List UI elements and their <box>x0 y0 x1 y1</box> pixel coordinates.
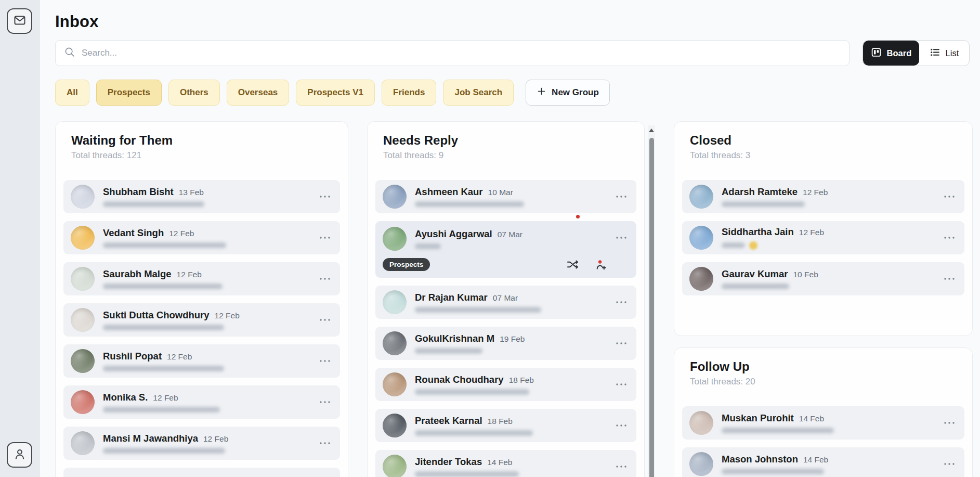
group-chip-overseas[interactable]: Overseas <box>227 80 290 106</box>
thread-card[interactable]: Jitender Tokas14 Feb <box>375 450 636 477</box>
thread-preview-blurred <box>415 389 529 395</box>
scrollbar[interactable] <box>648 125 655 477</box>
thread-name: Sukti Dutta Chowdhury <box>103 310 210 321</box>
thread-card[interactable]: Siddhartha Jain12 Feb <box>682 221 964 254</box>
thread-name: Ashmeen Kaur <box>415 186 483 198</box>
thread-card[interactable]: Prateek Karnal18 Feb <box>375 409 636 442</box>
thread-card[interactable]: Mason Johnston14 Feb <box>682 447 964 477</box>
thread-card[interactable]: Sukti Dutta Chowdhury12 Feb <box>63 303 340 337</box>
thread-menu-button[interactable] <box>942 460 957 468</box>
thread-card[interactable]: Monika S.12 Feb <box>63 385 340 419</box>
thread-name: Saurabh Malge <box>103 268 172 280</box>
thread-menu-button[interactable] <box>317 275 333 282</box>
thread-menu-button[interactable] <box>942 234 957 241</box>
board-column: Follow UpTotal threads: 20Muskan Purohit… <box>674 347 973 477</box>
thread-menu-button[interactable] <box>317 193 333 200</box>
thread-menu-button[interactable] <box>317 234 333 241</box>
thread-date: 14 Feb <box>799 414 824 423</box>
thread-preview-blurred <box>103 283 223 289</box>
thread-date: 13 Feb <box>179 188 204 197</box>
avatar <box>383 227 407 251</box>
avatar <box>383 185 407 209</box>
thread-date: 12 Feb <box>203 434 228 444</box>
column-title: Follow Up <box>690 359 964 374</box>
thread-title-row: Saurabh Malge12 Feb <box>103 268 223 280</box>
thread-card[interactable]: Shubham Bisht13 Feb <box>63 180 340 213</box>
thread-menu-button[interactable] <box>942 419 957 427</box>
thread-name: Muskan Purohit <box>722 412 794 424</box>
list-view-button[interactable]: List <box>919 41 969 66</box>
thread-card-body: Sukti Dutta Chowdhury12 Feb <box>103 310 240 330</box>
thread-name: Rushil Popat <box>103 351 162 362</box>
avatar <box>383 455 407 477</box>
thread-card-body: Rushil Popat12 Feb <box>103 351 224 371</box>
thread-preview-row <box>415 385 534 395</box>
thread-card[interactable]: Rushil Popat12 Feb <box>63 344 340 378</box>
thread-menu-button[interactable] <box>942 193 957 200</box>
group-chip-friends[interactable]: Friends <box>382 80 436 106</box>
search-bar <box>55 40 850 66</box>
thread-menu-button[interactable] <box>613 340 629 347</box>
thread-card[interactable]: GokulKrishnan M19 Feb <box>375 327 636 360</box>
thread-menu-button[interactable] <box>613 193 629 200</box>
group-chip-job-search[interactable]: Job Search <box>443 80 514 106</box>
thread-menu-button[interactable] <box>613 234 629 241</box>
thread-preview-row <box>103 403 220 412</box>
thread-menu-button[interactable] <box>317 316 333 324</box>
avatar <box>71 390 95 414</box>
thread-menu-button[interactable] <box>613 381 629 388</box>
thread-menu-button[interactable] <box>613 422 629 429</box>
group-chip-prospects[interactable]: Prospects <box>96 80 162 106</box>
ellipsis-icon <box>944 418 955 426</box>
group-chip-others[interactable]: Others <box>168 80 220 106</box>
thread-card[interactable]: Ashmeen Kaur10 Mar <box>375 180 636 213</box>
avatar <box>689 226 713 250</box>
thread-card[interactable]: Rounak Choudhary18 Feb <box>375 368 636 401</box>
thread-card[interactable]: Adarsh Ramteke12 Feb <box>682 180 964 213</box>
thread-name: Ayushi Aggarwal <box>415 228 492 240</box>
scrollbar-thumb[interactable] <box>649 138 654 477</box>
board-view-button[interactable]: Board <box>863 41 919 66</box>
assign-person-button[interactable] <box>594 257 608 272</box>
thread-menu-button[interactable] <box>317 398 333 406</box>
column-title: Closed <box>690 133 964 148</box>
thread-name: Siddhartha Jain <box>722 226 794 238</box>
thread-title-row: GokulKrishnan M19 Feb <box>415 333 525 344</box>
thread-menu-button[interactable] <box>317 440 333 447</box>
thread-card[interactable]: Ayushi Aggarwal07 MarProspects <box>375 221 636 278</box>
thread-card[interactable]: Dr Rajan Kumar07 Mar <box>375 286 636 319</box>
search-icon <box>64 46 75 60</box>
new-group-button[interactable]: New Group <box>526 80 610 106</box>
thread-preview-row <box>415 468 519 477</box>
thread-card[interactable]: Saurabh Malge12 Feb <box>63 262 340 295</box>
thread-name: GokulKrishnan M <box>415 333 494 344</box>
mail-logo-button[interactable] <box>7 8 32 34</box>
mail-icon <box>13 14 27 29</box>
thread-menu-button[interactable] <box>942 275 957 282</box>
thread-card[interactable]: Vedant Singh12 Feb <box>63 221 340 254</box>
thread-title-row: Prateek Karnal18 Feb <box>415 415 533 427</box>
thread-card-body: Gaurav Kumar10 Feb <box>722 268 818 289</box>
thread-card[interactable]: Mansi M Jawandhiya12 Feb <box>63 427 340 460</box>
thread-date: 14 Feb <box>487 458 512 467</box>
group-chip-prospects-v1[interactable]: Prospects V1 <box>296 80 375 106</box>
thread-preview-row <box>722 465 828 474</box>
thread-menu-button[interactable] <box>613 463 629 470</box>
group-chip-all[interactable]: All <box>55 80 89 106</box>
move-thread-button[interactable] <box>566 257 580 272</box>
thread-card-partial[interactable] <box>63 468 340 477</box>
ellipsis-icon <box>319 233 331 241</box>
thread-menu-button[interactable] <box>613 299 629 306</box>
thread-card[interactable]: Muskan Purohit14 Feb <box>682 406 964 440</box>
column-header: Follow UpTotal threads: 20 <box>682 348 964 387</box>
search-input[interactable] <box>82 48 841 58</box>
thread-card-body: GokulKrishnan M19 Feb <box>415 333 525 354</box>
thread-menu-button[interactable] <box>317 357 333 365</box>
ellipsis-icon <box>616 192 627 200</box>
thread-card-body: Rounak Choudhary18 Feb <box>415 374 534 395</box>
thread-date: 12 Feb <box>177 270 202 279</box>
thread-card[interactable]: Gaurav Kumar10 Feb <box>682 262 964 295</box>
profile-button[interactable] <box>7 442 32 468</box>
ellipsis-icon <box>616 380 627 388</box>
scrollbar-up-arrow[interactable] <box>649 128 654 132</box>
